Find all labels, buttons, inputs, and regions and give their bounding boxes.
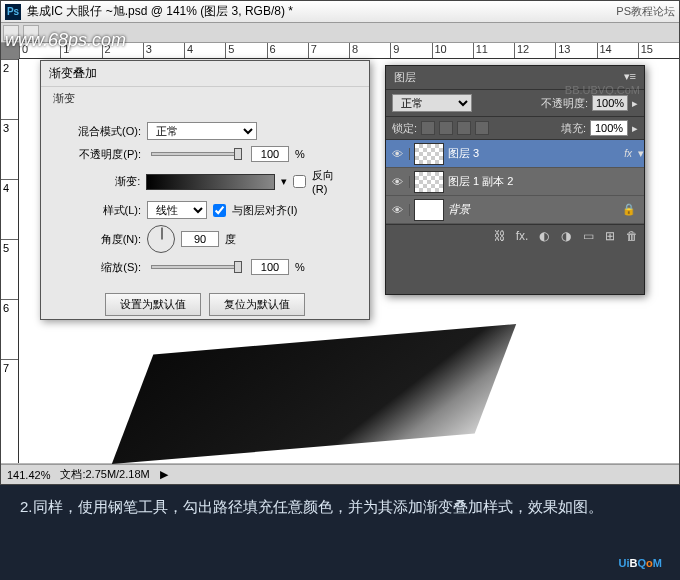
- opacity-slider[interactable]: [151, 152, 241, 156]
- layer-opacity-input[interactable]: [592, 95, 628, 111]
- document-title: 集成IC 大眼仔 ~旭.psd @ 141% (图层 3, RGB/8) *: [27, 3, 616, 20]
- adjust-icon[interactable]: ◑: [558, 229, 574, 243]
- gradient-overlay-dialog: 渐变叠加 渐变 混合模式(O): 正常 不透明度(P): % 渐变: ▾ 反向(…: [40, 60, 370, 320]
- layer-blend-select[interactable]: 正常: [392, 94, 472, 112]
- folder-icon[interactable]: ▭: [580, 229, 596, 243]
- reverse-label: 反向(R): [312, 168, 349, 195]
- forum-label: PS教程论坛: [616, 4, 675, 19]
- visibility-icon[interactable]: 👁: [386, 148, 410, 160]
- scale-input[interactable]: [251, 259, 289, 275]
- layers-footer: ⛓ fx. ◐ ◑ ▭ ⊞ 🗑: [386, 224, 644, 247]
- scale-label: 缩放(S):: [61, 260, 141, 275]
- lock-pos-icon[interactable]: [457, 121, 471, 135]
- gradient-label: 渐变:: [61, 174, 140, 189]
- link-icon[interactable]: ⛓: [492, 229, 508, 243]
- style-select[interactable]: 线性: [147, 201, 207, 219]
- watermark-68ps: www.68ps.com: [5, 30, 126, 51]
- layer-name[interactable]: 图层 1 副本 2: [448, 174, 644, 189]
- layer-name[interactable]: 图层 3: [448, 146, 618, 161]
- opacity-arrow-icon[interactable]: ▸: [632, 97, 638, 110]
- lock-all-icon[interactable]: [475, 121, 489, 135]
- lock-pixel-icon[interactable]: [439, 121, 453, 135]
- lock-icon: 🔒: [614, 203, 644, 216]
- visibility-icon[interactable]: 👁: [386, 204, 410, 216]
- layer-row[interactable]: 👁 背景 🔒: [386, 196, 644, 224]
- zoom-level[interactable]: 141.42%: [7, 469, 50, 481]
- layer-name[interactable]: 背景: [448, 202, 614, 217]
- lock-label: 锁定:: [392, 121, 417, 136]
- angle-label: 角度(N):: [61, 232, 141, 247]
- layer-thumbnail[interactable]: [414, 199, 444, 221]
- layer-thumbnail[interactable]: [414, 143, 444, 165]
- uibq-logo: UiBQoM: [619, 549, 662, 572]
- layer-row[interactable]: 👁 图层 3 fx ▾: [386, 140, 644, 168]
- ruler-vertical: 2 3 4 5 6 7: [1, 59, 19, 463]
- fx-expand-icon[interactable]: ▾: [638, 147, 644, 160]
- dialog-subtitle: 渐变: [41, 87, 369, 110]
- title-bar: Ps 集成IC 大眼仔 ~旭.psd @ 141% (图层 3, RGB/8) …: [1, 1, 679, 23]
- layer-list: 👁 图层 3 fx ▾ 👁 图层 1 副本 2 👁 背景 🔒: [386, 140, 644, 224]
- arrow-icon[interactable]: ▶: [160, 468, 168, 481]
- panel-menu-icon[interactable]: ▾≡: [624, 70, 636, 85]
- layer-row[interactable]: 👁 图层 1 副本 2: [386, 168, 644, 196]
- layers-panel: 图层 ▾≡ 正常 不透明度: ▸ 锁定: 填充: ▸ 👁 图层 3 fx ▾ 👁…: [385, 65, 645, 295]
- fx-badge[interactable]: fx: [618, 148, 638, 159]
- fx-icon[interactable]: fx.: [514, 229, 530, 243]
- gradient-preview[interactable]: [146, 174, 275, 190]
- angle-control[interactable]: [147, 225, 175, 253]
- doc-size: 文档:2.75M/2.18M: [60, 467, 149, 482]
- new-layer-icon[interactable]: ⊞: [602, 229, 618, 243]
- delete-icon[interactable]: 🗑: [624, 229, 640, 243]
- layers-tab[interactable]: 图层: [394, 70, 416, 85]
- reverse-checkbox[interactable]: [293, 175, 306, 188]
- status-bar: 141.42% 文档:2.75M/2.18M ▶: [1, 464, 679, 484]
- angle-input[interactable]: [181, 231, 219, 247]
- mask-icon[interactable]: ◐: [536, 229, 552, 243]
- reset-default-button[interactable]: 复位为默认值: [209, 293, 305, 316]
- ps-icon: Ps: [5, 4, 21, 20]
- scale-slider[interactable]: [151, 265, 241, 269]
- blend-mode-select[interactable]: 正常: [147, 122, 257, 140]
- opacity-input[interactable]: [251, 146, 289, 162]
- set-default-button[interactable]: 设置为默认值: [105, 293, 201, 316]
- style-label: 样式(L):: [61, 203, 141, 218]
- layer-opacity-label: 不透明度:: [541, 96, 588, 111]
- gradient-dropdown-icon[interactable]: ▾: [281, 175, 287, 188]
- blend-mode-label: 混合模式(O):: [61, 124, 141, 139]
- layer-thumbnail[interactable]: [414, 171, 444, 193]
- tutorial-caption: 2.同样，使用钢笔工具，勾出路径填充任意颜色，并为其添加渐变叠加样式，效果如图。: [20, 495, 660, 519]
- fill-input[interactable]: [590, 120, 628, 136]
- opacity-label: 不透明度(P):: [61, 147, 141, 162]
- align-label: 与图层对齐(I): [232, 203, 297, 218]
- lock-trans-icon[interactable]: [421, 121, 435, 135]
- align-checkbox[interactable]: [213, 204, 226, 217]
- fill-label: 填充:: [561, 121, 586, 136]
- fill-arrow-icon[interactable]: ▸: [632, 122, 638, 135]
- watermark-ubvq: BB.UBVQ.CoM: [565, 84, 640, 96]
- visibility-icon[interactable]: 👁: [386, 176, 410, 188]
- black-shape: [112, 324, 516, 464]
- dialog-title: 渐变叠加: [41, 61, 369, 87]
